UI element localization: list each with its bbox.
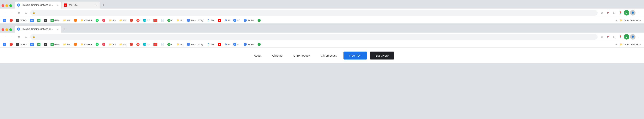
menu-icon-2[interactable]: ⋮: [636, 34, 642, 40]
bookmark-fl-2[interactable]: FL: [152, 42, 159, 47]
bookmark-ps[interactable]: 📁 PS: [107, 18, 117, 23]
bookmark-18-2[interactable]: 18: [28, 42, 36, 47]
bookmarks-more-button[interactable]: »: [614, 18, 618, 23]
tab-close-chrome-2[interactable]: ✕: [56, 28, 59, 31]
bookmark-kw-2[interactable]: 📁 KW: [61, 42, 72, 47]
location-icon[interactable]: 📍: [618, 10, 623, 16]
profile-avatar-2[interactable]: 👤: [630, 34, 636, 40]
back-button-2[interactable]: ←: [2, 34, 8, 40]
bookmark-whatsapp-2[interactable]: W: [94, 42, 100, 47]
bookmark-todo[interactable]: ☰ TODO: [15, 18, 28, 23]
bookmark-cb-blue[interactable]: C CB: [232, 18, 242, 23]
bookmark-sheets-2[interactable]: ▦: [36, 42, 42, 47]
minimize-button[interactable]: [6, 4, 8, 7]
bookmark-apps-2[interactable]: ⊞: [2, 42, 8, 47]
tab-close-youtube[interactable]: ✕: [95, 4, 98, 7]
forward-button-2[interactable]: →: [9, 34, 15, 40]
url-input[interactable]: [30, 10, 598, 16]
bookmark-doc-2[interactable]: 📄: [159, 42, 166, 47]
bookmark-mail[interactable]: ✉: [42, 18, 48, 23]
bookmark-l[interactable]: L: [128, 18, 134, 23]
forward-button[interactable]: →: [9, 10, 15, 16]
bookmark-px-pvt-2[interactable]: P Px Pvt: [242, 42, 256, 47]
bookmark-apps[interactable]: ⊞: [2, 18, 8, 23]
bookmark-reddit-2[interactable]: r: [8, 42, 14, 47]
home-button[interactable]: ⌂: [23, 10, 29, 16]
bookmark-whatsapp[interactable]: W: [94, 18, 100, 23]
bookmark-green[interactable]: [256, 18, 262, 23]
back-button[interactable]: ←: [2, 10, 8, 16]
bookmark-orange-2[interactable]: [72, 42, 78, 47]
nav-chromebook[interactable]: Chromebook: [288, 52, 316, 59]
bookmark-ps-2[interactable]: 📁 PS: [107, 42, 117, 47]
reload-button[interactable]: ↻: [16, 10, 22, 16]
close-button[interactable]: [2, 4, 4, 7]
bookmark-doc[interactable]: 📄: [159, 18, 166, 23]
menu-icon[interactable]: ⋮: [636, 10, 642, 16]
bookmark-reddit[interactable]: r: [8, 18, 14, 23]
start-here-button[interactable]: Start Here: [370, 52, 394, 60]
maximize-button-2[interactable]: [9, 28, 12, 31]
bookmark-todo-2[interactable]: ☰ TODO: [15, 42, 28, 47]
bookmark-l-2[interactable]: L: [128, 42, 134, 47]
bookmark-other[interactable]: 📁 OTHER: [79, 18, 94, 23]
nav-chromecast[interactable]: Chromecast: [316, 52, 342, 59]
bookmark-fl[interactable]: FL: [152, 18, 159, 23]
account-icon-2[interactable]: G: [624, 34, 629, 40]
tab-close-chrome[interactable]: ✕: [56, 4, 59, 7]
bookmark-gma[interactable]: ▦ GMA: [49, 18, 61, 23]
bookmark-star-icon[interactable]: ☆: [599, 10, 604, 16]
bookmark-g-p-2[interactable]: G P: [223, 42, 232, 47]
minimize-button-2[interactable]: [6, 28, 8, 31]
bookmark-pocket-2[interactable]: P: [100, 42, 107, 47]
location-icon-2[interactable]: 📍: [618, 34, 623, 40]
bookmark-cb-blue-2[interactable]: C CB: [232, 42, 242, 47]
bookmark-g-aw-2[interactable]: G AW: [206, 42, 216, 47]
pocket-icon-2[interactable]: P: [605, 34, 611, 40]
bookmark-other-bookmarks[interactable]: 📁 Other Bookmarks: [618, 18, 642, 23]
bookmark-pix-folder[interactable]: 📁 Pix: [175, 18, 185, 23]
bookmark-pocket[interactable]: P: [100, 18, 107, 23]
bookmark-cb[interactable]: CB CB: [142, 18, 152, 23]
pocket-icon[interactable]: P: [605, 10, 611, 16]
nav-about[interactable]: About: [248, 52, 267, 59]
bookmark-kw[interactable]: 📁 KW: [61, 18, 72, 23]
bookmark-green-2[interactable]: [256, 42, 262, 47]
bookmark-star-icon-2[interactable]: ☆: [599, 34, 604, 40]
bookmark-sheets[interactable]: ▦: [36, 18, 42, 23]
bookmark-youtube-2[interactable]: ▶: [216, 42, 222, 47]
bookmark-g-p[interactable]: G P: [223, 18, 232, 23]
maximize-button[interactable]: [9, 4, 12, 7]
nav-chrome[interactable]: Chrome: [267, 52, 288, 59]
bookmark-o[interactable]: O O: [166, 18, 174, 23]
tab-chrome-2[interactable]: C Chrome, Chromecast and Chro… ✕: [15, 26, 61, 33]
bookmark-other-2[interactable]: 📁 OTHER: [79, 42, 94, 47]
bookmark-pix-folder-2[interactable]: 📁 Pix: [175, 42, 185, 47]
home-button-2[interactable]: ⌂: [23, 34, 29, 40]
reload-button-2[interactable]: ↻: [16, 34, 22, 40]
account-icon[interactable]: G: [624, 10, 629, 16]
bookmark-youtube[interactable]: ▶: [216, 18, 222, 23]
bookmark-o-2[interactable]: O O: [166, 42, 174, 47]
bookmark-g-red-2[interactable]: G: [135, 42, 141, 47]
extensions-icon-2[interactable]: ⊞: [612, 34, 617, 40]
close-button-2[interactable]: [2, 28, 4, 31]
bookmark-px-pvt[interactable]: P Px Pvt: [242, 18, 256, 23]
extensions-icon[interactable]: ⊞: [612, 10, 617, 16]
bookmarks-more-button-2[interactable]: »: [614, 42, 618, 47]
bookmark-g-red[interactable]: G: [135, 18, 141, 23]
profile-avatar[interactable]: 👤: [630, 10, 636, 16]
bookmark-aw-2[interactable]: 📁 AW: [118, 42, 128, 47]
bookmark-mail-2[interactable]: ✉: [42, 42, 48, 47]
bookmark-pix-day[interactable]: P Pix – 10/Day: [186, 18, 205, 23]
url-input-2[interactable]: [30, 34, 598, 40]
bookmark-other-bookmarks-2[interactable]: 📁 Other Bookmarks: [618, 42, 642, 47]
bookmark-g-aw[interactable]: G AW: [206, 18, 216, 23]
new-tab-button[interactable]: +: [100, 2, 106, 8]
tab-chrome[interactable]: C Chrome, Chromecast and Chro… ✕: [15, 2, 61, 9]
bookmark-aw-folder[interactable]: 📁 AW: [118, 18, 128, 23]
bookmark-18[interactable]: 18: [28, 18, 36, 23]
bookmark-gma-2[interactable]: ▦ GMA: [49, 42, 61, 47]
bookmark-pix-day-2[interactable]: P Pix – 10/Day: [186, 42, 205, 47]
bookmark-cb-2[interactable]: CB CB: [142, 42, 152, 47]
